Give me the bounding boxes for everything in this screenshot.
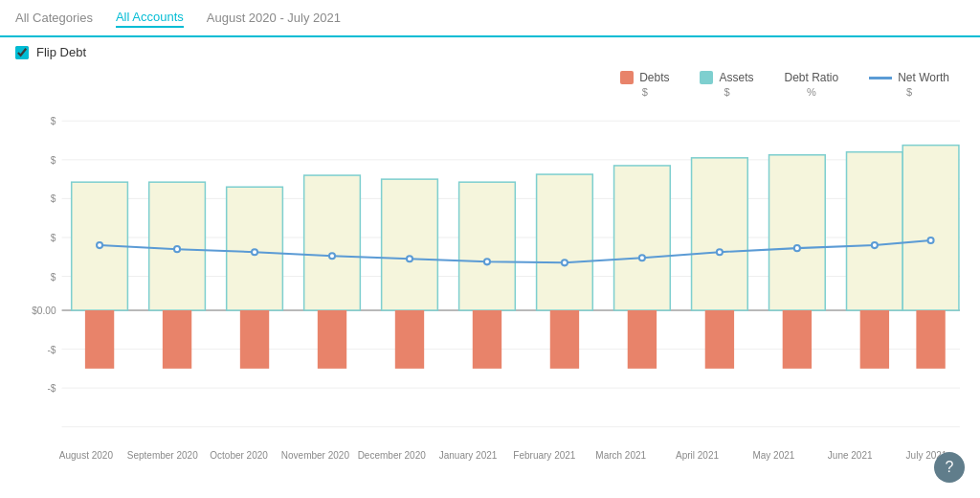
net-worth-dot-4 <box>407 256 412 261</box>
x-label-1: September 2020 <box>124 450 201 461</box>
x-labels: August 2020 September 2020 October 2020 … <box>0 446 980 461</box>
asset-bar-7 <box>614 166 671 310</box>
svg-text:$: $ <box>51 116 56 126</box>
net-worth-dot-8 <box>717 249 723 255</box>
debt-bar-3 <box>318 310 346 369</box>
x-label-3: November 2020 <box>277 450 353 461</box>
asset-bar-3 <box>304 175 361 310</box>
debt-bar-6 <box>550 310 579 369</box>
svg-text:$: $ <box>51 272 56 283</box>
help-icon: ? <box>946 459 954 476</box>
legend-assets: Assets $ <box>700 71 753 98</box>
debt-bar-5 <box>473 310 501 369</box>
net-worth-dot-0 <box>97 242 102 248</box>
net-worth-dot-3 <box>329 253 335 259</box>
all-accounts-tab[interactable]: All Accounts <box>116 8 184 28</box>
asset-bar-8 <box>692 158 748 310</box>
svg-text:$: $ <box>51 233 56 243</box>
x-label-2: October 2020 <box>201 450 278 461</box>
legend: Debts $ Assets $ Debt Ratio % Net Worth … <box>0 67 980 102</box>
asset-bar-6 <box>537 174 593 310</box>
assets-label: Assets <box>719 71 753 84</box>
debt-ratio-label: Debt Ratio <box>785 71 839 84</box>
top-bar: All Categories All Accounts August 2020 … <box>0 0 980 37</box>
debt-bar-9 <box>783 310 812 369</box>
debt-bar-10 <box>860 310 889 369</box>
flip-debt-checkbox[interactable] <box>15 46 29 59</box>
debt-ratio-unit: % <box>807 86 816 98</box>
x-label-7: March 2021 <box>583 450 659 461</box>
debt-bar-4 <box>395 310 424 369</box>
asset-bar-9 <box>769 155 826 310</box>
help-button[interactable]: ? <box>934 452 965 483</box>
all-categories-tab[interactable]: All Categories <box>15 9 93 27</box>
net-worth-dot-1 <box>174 246 180 252</box>
debt-bar-1 <box>163 310 191 369</box>
x-label-8: April 2021 <box>659 450 736 461</box>
legend-net-worth: Net Worth $ <box>869 71 949 98</box>
x-label-0: August 2020 <box>48 450 124 461</box>
debt-bar-8 <box>705 310 734 369</box>
debts-color <box>620 71 634 84</box>
svg-text:$0.00: $0.00 <box>32 306 56 316</box>
debt-bar-0 <box>85 310 114 369</box>
net-worth-line-icon <box>869 77 892 79</box>
net-worth-label: Net Worth <box>898 71 949 84</box>
svg-text:-$: -$ <box>48 345 56 355</box>
assets-color <box>700 71 713 84</box>
chart-svg: $ $ $ $ $ $0.00 -$ -$ <box>15 102 965 446</box>
net-worth-dot-6 <box>562 260 568 265</box>
flip-debt-label: Flip Debt <box>36 45 86 59</box>
assets-unit: $ <box>724 86 729 98</box>
net-worth-dot-5 <box>484 259 490 264</box>
asset-bar-4 <box>382 179 438 310</box>
debts-unit: $ <box>642 86 648 98</box>
svg-text:-$: -$ <box>48 383 56 394</box>
debt-bar-11 <box>916 310 945 369</box>
x-label-5: January 2021 <box>430 450 506 461</box>
net-worth-dot-7 <box>639 255 645 260</box>
net-worth-dot-2 <box>252 249 257 255</box>
x-label-4: December 2020 <box>353 450 430 461</box>
flip-debt-row: Flip Debt <box>0 37 980 67</box>
asset-bar-11 <box>902 146 959 310</box>
date-range-tab[interactable]: August 2020 - July 2021 <box>207 9 341 27</box>
asset-bar-5 <box>459 182 516 310</box>
net-worth-dot-9 <box>794 245 800 251</box>
x-label-10: June 2021 <box>812 450 888 461</box>
x-label-9: May 2021 <box>735 450 812 461</box>
debt-bar-7 <box>628 310 657 369</box>
asset-bar-10 <box>847 152 903 310</box>
net-worth-dot-10 <box>872 242 878 248</box>
debts-label: Debts <box>639 71 669 84</box>
svg-text:$: $ <box>51 193 56 204</box>
debt-bar-2 <box>240 310 269 369</box>
svg-text:$: $ <box>51 155 56 166</box>
net-worth-unit: $ <box>906 86 912 98</box>
x-label-6: February 2021 <box>506 450 583 461</box>
legend-debts: Debts $ <box>620 71 669 98</box>
chart-area: $ $ $ $ $ $0.00 -$ -$ <box>15 102 965 446</box>
net-worth-dot-11 <box>928 238 934 243</box>
legend-debt-ratio: Debt Ratio % <box>785 71 839 98</box>
